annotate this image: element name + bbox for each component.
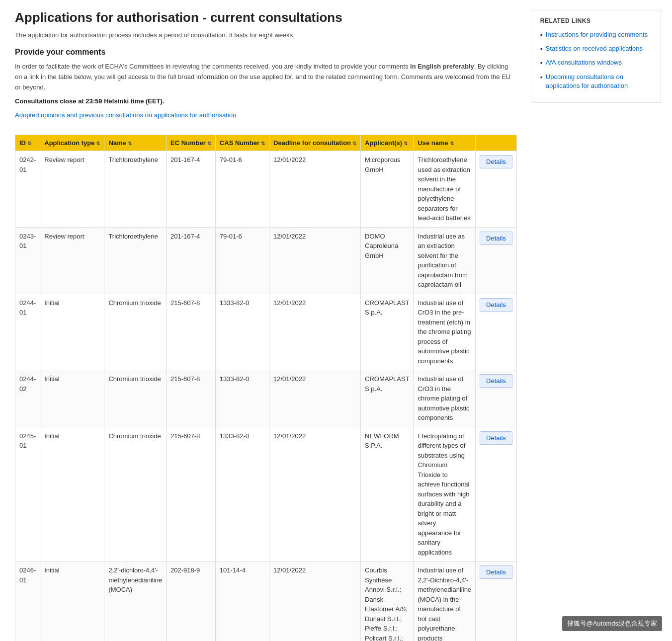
watermark: 搜狐号@Automds绿色合规专家 xyxy=(562,616,663,631)
cell-id: 0246-01 xyxy=(15,561,40,641)
table-row: 0242-01Review reportTrichloroethylene201… xyxy=(15,151,517,228)
cell-details[interactable]: Details xyxy=(476,427,517,561)
cell-use_name: Industrial use of 2,2'-Dichloro-4,4'-met… xyxy=(414,561,476,641)
table-header-cell[interactable]: ID⇅ xyxy=(15,135,40,151)
table-header-cell[interactable]: Application type⇅ xyxy=(40,135,104,151)
table-header-cell[interactable]: Use name⇅ xyxy=(414,135,476,151)
cell-app_type: Review report xyxy=(40,227,104,294)
table-header-cell[interactable]: CAS Number⇅ xyxy=(215,135,269,151)
table-header-cell[interactable]: Deadline for consultation⇅ xyxy=(269,135,361,151)
details-button[interactable]: Details xyxy=(480,374,512,388)
details-button[interactable]: Details xyxy=(480,431,512,445)
cell-cas_number: 101-14-4 xyxy=(215,561,269,641)
sidebar: RELATED LINKS Instructions for providing… xyxy=(532,10,661,103)
cell-use_name: Electroplating of different types of sub… xyxy=(414,427,476,561)
cell-details[interactable]: Details xyxy=(476,294,517,370)
cell-ec_number: 215-607-8 xyxy=(167,370,216,427)
intro-text: The application for authorisation proces… xyxy=(15,31,517,39)
sidebar-link-0[interactable]: Instructions for providing comments xyxy=(546,30,648,39)
sidebar-link-2[interactable]: AfA consultations windows xyxy=(546,58,622,67)
cell-deadline: 12/01/2022 xyxy=(269,151,361,228)
cell-details[interactable]: Details xyxy=(476,227,517,294)
cell-name: Chromium trioxide xyxy=(104,294,167,370)
details-button[interactable]: Details xyxy=(480,298,512,312)
table-row: 0243-01Review reportTrichloroethylene201… xyxy=(15,227,517,294)
cell-name: Trichloroethylene xyxy=(104,227,167,294)
page-layout: Applications for authorisation - current… xyxy=(15,10,657,641)
table-row: 0246-01Initial2,2'-dichloro-4,4'-methyle… xyxy=(15,561,517,641)
cell-name: 2,2'-dichloro-4,4'-methylenedianiline (M… xyxy=(104,561,167,641)
cell-deadline: 12/01/2022 xyxy=(269,227,361,294)
cell-use_name: Industrial use of CrO3 in the chrome pla… xyxy=(414,370,476,427)
cell-details[interactable]: Details xyxy=(476,561,517,641)
page-title: Applications for authorisation - current… xyxy=(15,10,517,25)
cell-app_type: Initial xyxy=(40,370,104,427)
cell-deadline: 12/01/2022 xyxy=(269,561,361,641)
cell-ec_number: 201-167-4 xyxy=(167,151,216,228)
closing-note-text: Consultations close at 23:59 Helsinki ti… xyxy=(15,97,165,105)
main-content: Applications for authorisation - current… xyxy=(15,10,517,641)
sidebar-title: RELATED LINKS xyxy=(540,17,653,24)
cell-name: Chromium trioxide xyxy=(104,370,167,427)
sidebar-link-item-3: Upcoming consultations on applications f… xyxy=(540,73,653,90)
sidebar-link-3[interactable]: Upcoming consultations on applications f… xyxy=(546,73,653,90)
cell-details[interactable]: Details xyxy=(476,151,517,228)
cell-use_name: Industrial use as an extraction solvent … xyxy=(414,227,476,294)
cell-id: 0244-02 xyxy=(15,370,40,427)
closing-note: Consultations close at 23:59 Helsinki ti… xyxy=(15,97,517,105)
table-row: 0244-01InitialChromium trioxide215-607-8… xyxy=(15,294,517,370)
cell-cas_number: 1333-82-0 xyxy=(215,370,269,427)
cell-use_name: Trichloroethylene used as extraction sol… xyxy=(414,151,476,228)
table-header-row: ID⇅Application type⇅Name⇅EC Number⇅CAS N… xyxy=(15,135,517,151)
cell-cas_number: 1333-82-0 xyxy=(215,294,269,370)
table-header-cell[interactable]: Applicant(s)⇅ xyxy=(361,135,414,151)
cell-name: Trichloroethylene xyxy=(104,151,167,228)
sidebar-link-item-0: Instructions for providing comments xyxy=(540,30,653,39)
cell-ec_number: 215-607-8 xyxy=(167,427,216,561)
cell-id: 0243-01 xyxy=(15,227,40,294)
details-button[interactable]: Details xyxy=(480,232,512,245)
details-button[interactable]: Details xyxy=(480,565,512,579)
applications-table: ID⇅Application type⇅Name⇅EC Number⇅CAS N… xyxy=(15,135,517,641)
cell-app_type: Initial xyxy=(40,294,104,370)
cell-id: 0244-01 xyxy=(15,294,40,370)
description: In order to facilitate the work of ECHA'… xyxy=(15,62,517,92)
cell-applicants: CROMAPLAST S.p.A. xyxy=(361,294,414,370)
cell-use_name: Industrial use of CrO3 in the pre-treatm… xyxy=(414,294,476,370)
table-wrapper: ID⇅Application type⇅Name⇅EC Number⇅CAS N… xyxy=(15,135,517,641)
cell-app_type: Initial xyxy=(40,561,104,641)
cell-ec_number: 201-167-4 xyxy=(167,227,216,294)
sidebar-link-item-1: Statistics on received applications xyxy=(540,44,653,53)
desc-bold: in English preferably xyxy=(410,63,474,70)
cell-id: 0242-01 xyxy=(15,151,40,228)
cell-ec_number: 202-918-9 xyxy=(167,561,216,641)
cell-applicants: Microporous GmbH xyxy=(361,151,414,228)
details-button[interactable]: Details xyxy=(480,155,512,168)
cell-deadline: 12/01/2022 xyxy=(269,370,361,427)
table-header-cell[interactable]: EC Number⇅ xyxy=(167,135,216,151)
adopted-link[interactable]: Adopted opinions and previous consultati… xyxy=(15,111,236,119)
table-header-cell[interactable]: Name⇅ xyxy=(104,135,167,151)
section-title: Provide your comments xyxy=(15,48,517,57)
cell-deadline: 12/01/2022 xyxy=(269,294,361,370)
cell-name: Chromium trioxide xyxy=(104,427,167,561)
cell-applicants: DOMO Caproleuna GmbH xyxy=(361,227,414,294)
sidebar-link-1[interactable]: Statistics on received applications xyxy=(546,44,643,53)
table-row: 0244-02InitialChromium trioxide215-607-8… xyxy=(15,370,517,427)
cell-cas_number: 79-01-6 xyxy=(215,151,269,228)
cell-applicants: NEWFORM S.P.A. xyxy=(361,427,414,561)
cell-details[interactable]: Details xyxy=(476,370,517,427)
cell-applicants: CROMAPLAST S.p.A. xyxy=(361,370,414,427)
cell-applicants: Courbis Synthèse Annovi S.r.l.; Dansk El… xyxy=(361,561,414,641)
table-header-cell xyxy=(476,135,517,151)
cell-cas_number: 79-01-6 xyxy=(215,227,269,294)
cell-app_type: Review report xyxy=(40,151,104,228)
cell-cas_number: 1333-82-0 xyxy=(215,427,269,561)
cell-ec_number: 215-607-8 xyxy=(167,294,216,370)
table-row: 0245-01InitialChromium trioxide215-607-8… xyxy=(15,427,517,561)
sidebar-links-list: Instructions for providing commentsStati… xyxy=(540,30,653,90)
cell-id: 0245-01 xyxy=(15,427,40,561)
cell-deadline: 12/01/2022 xyxy=(269,427,361,561)
desc-part1: In order to facilitate the work of ECHA'… xyxy=(15,63,410,70)
sidebar-link-item-2: AfA consultations windows xyxy=(540,58,653,67)
